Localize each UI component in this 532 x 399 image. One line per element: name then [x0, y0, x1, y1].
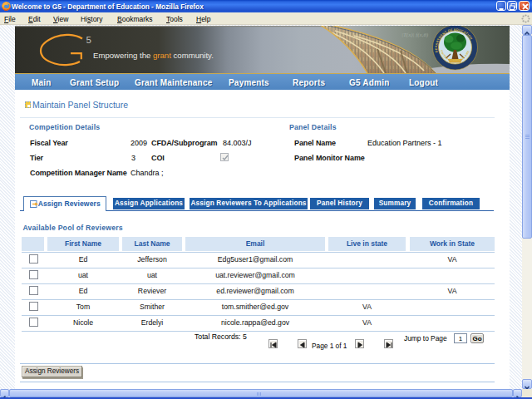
svg-text:|T(x)| f(x,θ): |T(x)| f(x,θ) [401, 32, 429, 38]
svg-text:Empowering the grant community: Empowering the grant community. [93, 51, 214, 60]
svg-text:5: 5 [86, 35, 91, 45]
